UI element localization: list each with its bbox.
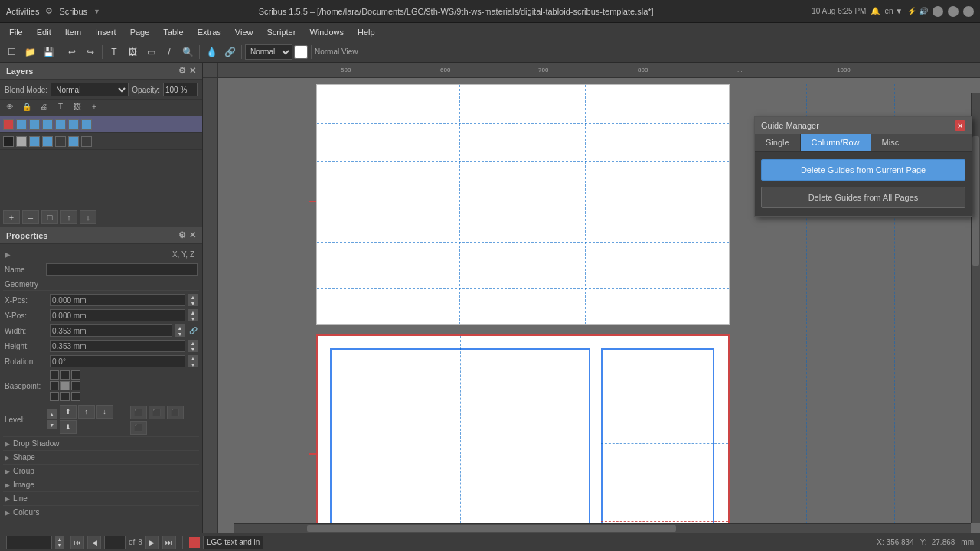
- menu-extras[interactable]: Extras: [191, 26, 227, 38]
- menu-scripter[interactable]: Scripter: [260, 26, 302, 38]
- zoom-input[interactable]: 50.00 %: [6, 536, 52, 549]
- delete-all-pages-button[interactable]: Delete Guides from All Pages: [761, 187, 965, 208]
- group-section[interactable]: ▶ Group: [3, 464, 199, 478]
- new-button[interactable]: ☐: [3, 44, 20, 60]
- link-icon[interactable]: 🔗: [189, 327, 198, 334]
- redo-button[interactable]: ↪: [82, 44, 99, 60]
- menu-table[interactable]: Table: [157, 26, 189, 38]
- layers-settings-icon[interactable]: ⚙: [178, 66, 186, 76]
- to-front-button[interactable]: ⬆: [60, 405, 77, 419]
- scrollbar-horizontal[interactable]: [234, 523, 971, 533]
- zoom-down[interactable]: ▼: [55, 543, 64, 549]
- bp-tc[interactable]: [60, 370, 70, 380]
- layer-text-cell[interactable]: [55, 119, 66, 130]
- bp-tr[interactable]: [71, 370, 80, 380]
- close-button[interactable]: [963, 6, 974, 17]
- first-page-button[interactable]: ⏮: [70, 536, 84, 549]
- layers-close-icon[interactable]: ✕: [189, 66, 196, 76]
- drop-shadow-section[interactable]: ▶ Drop Shadow: [3, 436, 199, 450]
- color-swatch[interactable]: [294, 45, 308, 59]
- canvas-area[interactable]: 500 600 700 800 ... 1000: [203, 63, 980, 533]
- layer-extra-cell[interactable]: [81, 136, 92, 147]
- tab-single[interactable]: Single: [755, 134, 801, 151]
- scrollbar-thumb-v[interactable]: [972, 136, 979, 266]
- text-tool[interactable]: T: [106, 44, 122, 60]
- bp-bl[interactable]: [50, 392, 59, 401]
- shape-section[interactable]: ▶ Shape: [3, 450, 199, 464]
- minimize-button[interactable]: [933, 6, 943, 17]
- ypos-down[interactable]: ▼: [188, 315, 198, 321]
- delete-current-page-button[interactable]: Delete Guides from Current Page: [761, 159, 965, 181]
- prev-page-button[interactable]: ◀: [87, 536, 101, 549]
- add-layer-button[interactable]: +: [3, 210, 20, 224]
- blend-mode-select[interactable]: Normal: [51, 83, 129, 96]
- maximize-button[interactable]: [948, 6, 959, 17]
- current-page-input[interactable]: 6: [104, 536, 126, 549]
- bp-mc[interactable]: [60, 381, 70, 390]
- layer-row[interactable]: [0, 133, 202, 150]
- menu-item[interactable]: Item: [59, 26, 87, 38]
- level-up[interactable]: ▲: [47, 409, 57, 419]
- bp-mr[interactable]: [71, 381, 80, 390]
- width-up[interactable]: ▲: [175, 324, 185, 331]
- layer-eye-cell[interactable]: [16, 119, 27, 130]
- align-top[interactable]: ⬛: [130, 421, 147, 435]
- save-button[interactable]: 💾: [40, 44, 57, 60]
- image-section[interactable]: ▶ Image: [3, 478, 199, 491]
- layer-eye-cell[interactable]: [16, 136, 27, 147]
- opacity-input[interactable]: [163, 83, 198, 96]
- menu-view[interactable]: View: [229, 26, 260, 38]
- raise-button[interactable]: ↑: [78, 405, 95, 419]
- layer-print-cell[interactable]: [42, 119, 53, 130]
- lower-button[interactable]: ↓: [96, 405, 113, 419]
- image-tool[interactable]: 🖼: [124, 44, 141, 60]
- next-page-button[interactable]: ▶: [145, 536, 159, 549]
- properties-settings-icon[interactable]: ⚙: [178, 230, 186, 240]
- level-down[interactable]: ▼: [47, 420, 57, 429]
- layer-text-cell[interactable]: [55, 136, 66, 147]
- duplicate-layer-button[interactable]: □: [41, 210, 58, 224]
- zoom-tool[interactable]: 🔍: [179, 44, 196, 60]
- layer-lock-cell[interactable]: [29, 119, 40, 130]
- xpos-up[interactable]: ▲: [188, 294, 198, 300]
- move-up-layer-button[interactable]: ↑: [60, 210, 77, 224]
- guide-manager-titlebar[interactable]: Guide Manager ✕: [755, 117, 972, 134]
- bp-br[interactable]: [71, 392, 80, 401]
- height-down[interactable]: ▼: [188, 346, 198, 352]
- layer-extra-cell[interactable]: [81, 119, 92, 130]
- undo-button[interactable]: ↩: [64, 44, 80, 60]
- properties-close-icon[interactable]: ✕: [189, 230, 196, 240]
- width-down[interactable]: ▼: [175, 331, 185, 337]
- tab-column-row[interactable]: Column/Row: [801, 134, 871, 151]
- bp-bc[interactable]: [60, 392, 70, 401]
- bp-tl[interactable]: [50, 370, 59, 380]
- guide-manager-close-button[interactable]: ✕: [955, 120, 965, 131]
- line-tool[interactable]: /: [161, 44, 178, 60]
- delete-layer-button[interactable]: –: [22, 210, 39, 224]
- move-down-layer-button[interactable]: ↓: [80, 210, 96, 224]
- mode-select[interactable]: Normal Preview: [245, 44, 292, 60]
- align-center-h[interactable]: ⬛: [149, 406, 165, 419]
- name-input[interactable]: [46, 263, 198, 276]
- shape-tool[interactable]: ▭: [142, 44, 159, 60]
- colours-section[interactable]: ▶ Colours: [3, 505, 199, 519]
- open-button[interactable]: 📁: [21, 44, 38, 60]
- layer-img-cell[interactable]: [68, 136, 79, 147]
- rotation-down[interactable]: ▼: [188, 361, 198, 367]
- rotation-up[interactable]: ▲: [188, 355, 198, 361]
- xpos-down[interactable]: ▼: [188, 300, 198, 306]
- eye-dropper[interactable]: 💧: [203, 44, 220, 60]
- menu-page[interactable]: Page: [124, 26, 156, 38]
- bp-ml[interactable]: [50, 381, 59, 390]
- menu-file[interactable]: File: [3, 26, 29, 38]
- to-back-button[interactable]: ⬇: [60, 420, 77, 434]
- tab-misc[interactable]: Misc: [871, 134, 911, 151]
- layer-img-cell[interactable]: [68, 119, 79, 130]
- link-tool[interactable]: 🔗: [221, 44, 238, 60]
- height-up[interactable]: ▲: [188, 340, 198, 346]
- scrollbar-thumb-h[interactable]: [307, 525, 676, 532]
- line-section[interactable]: ▶ Line: [3, 491, 199, 505]
- ypos-up[interactable]: ▲: [188, 309, 198, 315]
- layer-lock-cell[interactable]: [29, 136, 40, 147]
- align-left[interactable]: ⬛: [130, 406, 147, 419]
